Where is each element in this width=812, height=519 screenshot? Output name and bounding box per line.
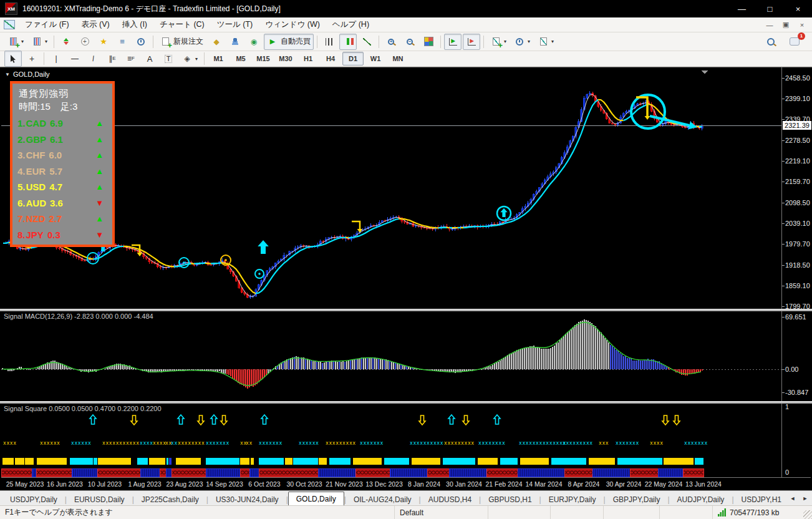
text-tool[interactable]: A bbox=[141, 51, 158, 67]
timeframe-w1[interactable]: W1 bbox=[365, 52, 386, 65]
chart-new-icon: + bbox=[7, 36, 19, 47]
mdi-minimize-button[interactable]: — bbox=[762, 19, 777, 31]
vline-tool[interactable]: | bbox=[47, 51, 65, 67]
tab-usdjpy-daily[interactable]: USDJPY,Daily bbox=[2, 493, 65, 506]
market-watch-icon bbox=[60, 36, 72, 47]
maximize-button[interactable]: □ bbox=[756, 0, 784, 17]
strength-value: 3.6 bbox=[50, 198, 63, 208]
profiles-button[interactable]: ▾ bbox=[28, 34, 51, 50]
text-a-icon: A bbox=[144, 54, 155, 64]
timeframe-m30[interactable]: M30 bbox=[275, 52, 296, 65]
down-arrow-marker bbox=[352, 221, 360, 230]
notifications-button[interactable]: 1 bbox=[786, 34, 803, 50]
tab-audusd-h4[interactable]: AUDUSD,H4 bbox=[421, 493, 479, 506]
timeframe-m1[interactable]: M1 bbox=[208, 52, 229, 65]
tab-oil-aug24-daily[interactable]: OIL-AUG24,Daily bbox=[346, 493, 419, 506]
terminal-button[interactable]: ≡ bbox=[114, 34, 131, 50]
menu-file[interactable]: ファイル (F) bbox=[19, 17, 75, 32]
symbol-label[interactable]: ▼ GOLD,Daily bbox=[5, 70, 50, 78]
shapes-tool[interactable]: ◈▾ bbox=[178, 51, 201, 67]
strength-rank: 7. bbox=[17, 213, 26, 224]
timeframe-m15[interactable]: M15 bbox=[253, 52, 274, 65]
strength-code: CAD bbox=[26, 118, 47, 129]
trendline-tool[interactable]: / bbox=[85, 51, 102, 67]
menu-insert[interactable]: 挿入 (I) bbox=[116, 17, 153, 32]
tab-audjpy-daily[interactable]: AUDJPY,Daily bbox=[670, 493, 732, 506]
signals-button[interactable]: ◉ bbox=[245, 34, 263, 50]
mdi-restore-button[interactable]: ▣ bbox=[778, 19, 793, 31]
data-window-button[interactable]: + bbox=[76, 34, 94, 50]
chart-markers bbox=[87, 95, 697, 278]
hline-tool[interactable]: — bbox=[66, 51, 84, 67]
timeframe-m5[interactable]: M5 bbox=[230, 52, 251, 65]
search-button[interactable] bbox=[762, 34, 780, 50]
navigator-button[interactable]: ★ bbox=[95, 34, 112, 50]
fibo-tool[interactable]: ≡F bbox=[122, 51, 140, 67]
tile-windows-button[interactable] bbox=[420, 34, 437, 50]
template-icon bbox=[538, 36, 549, 47]
tab-eurjpy-daily[interactable]: EURJPY,Daily bbox=[541, 493, 604, 506]
square-strip bbox=[1, 468, 703, 477]
autotrading-button[interactable]: ▶自動売買 bbox=[264, 34, 314, 50]
status-profile[interactable]: Default bbox=[394, 506, 488, 519]
candle-chart-button[interactable] bbox=[339, 34, 357, 50]
zoom-in-button[interactable]: + bbox=[382, 34, 400, 50]
indicators-button[interactable]: +▾ bbox=[487, 34, 510, 50]
periods-button[interactable]: ▾ bbox=[511, 34, 533, 50]
menu-view[interactable]: 表示 (V) bbox=[75, 17, 116, 32]
svg-text:xxxx: xxxx bbox=[650, 440, 664, 446]
tab-usdjpy-h1[interactable]: USDJPY,H1 bbox=[734, 493, 785, 506]
bar-chart-button[interactable] bbox=[321, 34, 338, 50]
minimize-button[interactable]: — bbox=[728, 0, 756, 17]
main-chart[interactable]: ▼ GOLD,Daily 通貨別強弱 時間:15 足:3 1.CAD6.9▲2.… bbox=[1, 69, 781, 309]
strategy-tester-button[interactable] bbox=[132, 34, 150, 50]
label-tool[interactable]: T bbox=[160, 51, 177, 67]
zoom-out-button[interactable]: − bbox=[401, 34, 418, 50]
down-signal-icon bbox=[662, 415, 669, 425]
date-axis-label: 6 Oct 2023 bbox=[248, 480, 280, 488]
menu-help[interactable]: ヘルプ (H) bbox=[326, 17, 375, 32]
tab-jp225cash-daily[interactable]: JP225Cash,Daily bbox=[134, 493, 206, 506]
line-chart-button[interactable] bbox=[358, 34, 375, 50]
price-axis[interactable]: 2458.502399.102339.702278.502219.102159.… bbox=[781, 67, 812, 477]
panel-splitter[interactable] bbox=[0, 309, 812, 311]
close-button[interactable]: × bbox=[784, 0, 812, 17]
crosshair-tool[interactable]: + bbox=[23, 51, 41, 67]
chart-shift-button[interactable]: ▶ bbox=[463, 34, 480, 50]
market-watch-button[interactable] bbox=[57, 34, 75, 50]
timeframe-mn[interactable]: MN bbox=[387, 52, 408, 65]
mdi-close-button[interactable]: × bbox=[795, 19, 810, 31]
tab-scroll-right-button[interactable]: ► bbox=[801, 493, 810, 503]
status-traffic: 705477/193 kb bbox=[712, 506, 812, 519]
macd-panel[interactable]: Signal MACD(12,26,9) -2.823 0.000 0.000 … bbox=[1, 311, 781, 401]
tab-gbpjpy-daily[interactable]: GBPJPY,Daily bbox=[606, 493, 668, 506]
channel-tool[interactable]: ∥E bbox=[104, 51, 121, 67]
timeframe-h4[interactable]: H4 bbox=[320, 52, 341, 65]
signal-square-chart: xxxxxxxxxxxxxxxxxxxxxxxxxxxxxxxxxxxxxxxx… bbox=[1, 404, 781, 477]
tab-gbpusd-h1[interactable]: GBPUSD,H1 bbox=[481, 493, 539, 506]
menu-window[interactable]: ウィンドウ (W) bbox=[259, 17, 326, 32]
square-xmarks: xxxxxxxxxxxxxxxxxxxxxxxxxxxxxxxxxxxxxxxx… bbox=[3, 440, 708, 446]
new-order-button[interactable]: +新規注文 bbox=[157, 34, 206, 50]
cursor-tool[interactable] bbox=[4, 51, 22, 67]
toolbar-group: +★≡ bbox=[56, 34, 152, 50]
tab-eurusd-daily[interactable]: EURUSD,Daily bbox=[67, 493, 132, 506]
timeframe-h1[interactable]: H1 bbox=[297, 52, 319, 65]
timeframe-d1[interactable]: D1 bbox=[342, 52, 364, 65]
metaeditor-button[interactable]: ◆ bbox=[208, 34, 225, 50]
resize-grip[interactable] bbox=[803, 510, 812, 519]
date-axis[interactable]: 25 May 202316 Jun 202310 Jul 20231 Aug 2… bbox=[1, 477, 811, 491]
collapse-icon[interactable]: ▼ bbox=[5, 72, 10, 77]
menu-charts[interactable]: チャート (C) bbox=[153, 17, 211, 32]
tab-us30-jun24-daily[interactable]: US30-JUN24,Daily bbox=[208, 493, 286, 506]
templates-button[interactable]: ▾ bbox=[534, 34, 557, 50]
menu-tools[interactable]: ツール (T) bbox=[211, 17, 259, 32]
signal-square-panel[interactable]: xxxxxxxxxxxxxxxxxxxxxxxxxxxxxxxxxxxxxxxx… bbox=[1, 404, 781, 477]
tab-scroll-left-button[interactable]: ◄ bbox=[788, 493, 797, 503]
tab-gold-daily[interactable]: GOLD,Daily bbox=[288, 492, 344, 506]
auto-scroll-button[interactable]: ▶ bbox=[444, 34, 462, 50]
panel-splitter[interactable] bbox=[0, 401, 812, 404]
community-button[interactable] bbox=[226, 34, 244, 50]
new-chart-button[interactable]: +▾ bbox=[4, 34, 27, 50]
date-axis-label: 21 Nov 2023 bbox=[326, 480, 363, 488]
